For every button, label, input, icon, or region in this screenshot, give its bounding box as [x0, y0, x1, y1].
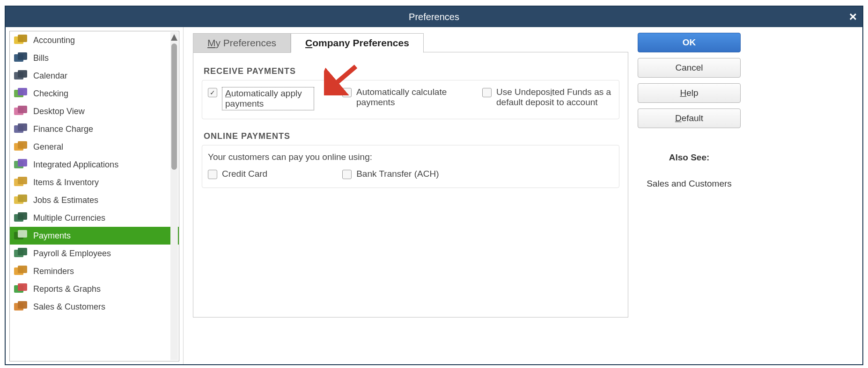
button-column: OK Cancel Help Default Also See: Sales a…	[638, 33, 741, 364]
category-list: AccountingBillsCalendarCheckingDesktop V…	[10, 31, 179, 316]
category-icon	[14, 301, 29, 312]
online-payments-heading: ONLINE PAYMENTS	[204, 131, 619, 141]
sidebar-item-label: Items & Inventory	[33, 178, 99, 188]
ok-button[interactable]: OK	[638, 33, 741, 52]
sidebar-item-accounting[interactable]: Accounting	[10, 31, 179, 49]
sidebar-item-label: Payments	[33, 231, 71, 241]
svg-rect-3	[18, 52, 27, 60]
cancel-button[interactable]: Cancel	[638, 58, 741, 78]
category-icon	[14, 106, 29, 117]
category-icon	[14, 141, 29, 152]
sidebar-item-label: Multiple Currencies	[33, 213, 105, 223]
sidebar-item-jobs-estimates[interactable]: Jobs & Estimates	[10, 191, 179, 209]
category-icon	[14, 35, 29, 46]
category-icon	[14, 123, 29, 135]
checkbox-undeposited-funds[interactable]: Use Undeposited Funds as a default depos…	[482, 87, 613, 110]
category-icon	[14, 195, 29, 206]
checkbox-label: Credit Card	[222, 169, 267, 179]
sidebar-item-label: Desktop View	[33, 107, 85, 116]
checkbox-label: Bank Transfer (ACH)	[356, 169, 439, 179]
scroll-up-icon[interactable]	[171, 34, 177, 41]
sidebar-item-label: Jobs & Estimates	[33, 195, 98, 205]
svg-rect-13	[18, 141, 27, 149]
sidebar-item-label: Sales & Customers	[33, 302, 105, 312]
sidebar-item-integrated-applications[interactable]: Integrated Applications	[10, 156, 179, 173]
checkbox-label: Automatically calculate payments	[356, 87, 454, 108]
category-sidebar: AccountingBillsCalendarCheckingDesktop V…	[9, 31, 179, 361]
category-icon	[14, 177, 29, 188]
sidebar-item-label: Integrated Applications	[33, 160, 118, 170]
sidebar-item-payments[interactable]: Payments	[10, 227, 179, 245]
sidebar-item-desktop-view[interactable]: Desktop View	[10, 102, 179, 120]
category-icon	[14, 70, 29, 81]
sidebar-item-sales-customers[interactable]: Sales & Customers	[10, 298, 179, 316]
main-area: My Preferences Company Preferences RECEI…	[184, 27, 862, 364]
help-button[interactable]: Help	[638, 83, 741, 103]
sidebar-item-label: Finance Charge	[33, 124, 93, 134]
sidebar-item-items-inventory[interactable]: Items & Inventory	[10, 173, 179, 191]
category-icon	[14, 248, 29, 259]
svg-rect-1	[18, 35, 27, 42]
svg-rect-11	[18, 123, 27, 131]
sidebar-item-label: Checking	[33, 89, 68, 99]
checkbox-icon[interactable]	[342, 170, 352, 179]
svg-rect-21	[18, 212, 27, 220]
svg-rect-15	[18, 159, 27, 166]
sidebar-item-label: Reports & Graphs	[33, 284, 101, 294]
checkbox-credit-card[interactable]: Credit Card	[208, 169, 267, 179]
window-body: AccountingBillsCalendarCheckingDesktop V…	[6, 27, 862, 364]
checkbox-bank-transfer[interactable]: Bank Transfer (ACH)	[342, 169, 439, 179]
scroll-thumb[interactable]	[171, 43, 177, 170]
sidebar-item-reports-graphs[interactable]: Reports & Graphs	[10, 280, 179, 298]
sidebar-container: AccountingBillsCalendarCheckingDesktop V…	[6, 27, 184, 364]
also-see-link[interactable]: Sales and Customers	[638, 178, 741, 190]
checkbox-auto-apply[interactable]: ✓ Automatically apply payments	[208, 87, 314, 110]
sidebar-item-checking[interactable]: Checking	[10, 85, 179, 102]
sidebar-item-label: General	[33, 142, 63, 152]
checkbox-label: Automatically apply payments	[222, 87, 314, 110]
online-payments-description: Your customers can pay you online using:	[208, 152, 613, 162]
checkbox-icon[interactable]	[208, 170, 217, 179]
sidebar-item-general[interactable]: General	[10, 138, 179, 156]
close-icon[interactable]: ×	[849, 7, 857, 27]
window-title: Preferences	[409, 12, 459, 22]
svg-rect-9	[18, 106, 27, 113]
svg-rect-27	[18, 266, 27, 273]
svg-rect-17	[18, 177, 27, 184]
svg-rect-19	[18, 195, 27, 202]
category-icon	[14, 283, 29, 295]
checkbox-auto-calculate[interactable]: Automatically calculate payments	[342, 87, 454, 110]
sidebar-scrollbar[interactable]	[170, 32, 178, 360]
sidebar-item-label: Accounting	[33, 36, 75, 45]
sidebar-item-payroll-employees[interactable]: Payroll & Employees	[10, 245, 179, 262]
svg-rect-5	[18, 70, 27, 78]
receive-payments-heading: RECEIVE PAYMENTS	[204, 66, 619, 76]
checkbox-icon[interactable]: ✓	[208, 88, 217, 97]
svg-rect-25	[18, 248, 27, 255]
svg-rect-7	[18, 88, 27, 95]
titlebar: Preferences ×	[6, 7, 862, 27]
content-column: My Preferences Company Preferences RECEI…	[193, 33, 628, 364]
online-payments-group: Your customers can pay you online using:…	[202, 145, 619, 188]
svg-rect-23	[18, 230, 27, 238]
checkbox-icon[interactable]	[482, 88, 492, 97]
tab-company-preferences[interactable]: Company Preferences	[291, 33, 424, 53]
category-icon	[14, 159, 29, 170]
sidebar-item-bills[interactable]: Bills	[10, 49, 179, 67]
also-see-heading: Also See:	[638, 152, 741, 163]
sidebar-item-calendar[interactable]: Calendar	[10, 67, 179, 85]
tab-my-preferences[interactable]: My Preferences	[193, 33, 291, 53]
category-icon	[14, 266, 29, 277]
sidebar-item-label: Payroll & Employees	[33, 249, 111, 259]
sidebar-item-label: Bills	[33, 53, 49, 63]
tab-strip: My Preferences Company Preferences	[193, 33, 628, 52]
svg-rect-29	[18, 283, 27, 291]
sidebar-item-multiple-currencies[interactable]: Multiple Currencies	[10, 209, 179, 227]
sidebar-item-finance-charge[interactable]: Finance Charge	[10, 120, 179, 138]
preferences-panel: RECEIVE PAYMENTS ✓ Automatically apply p…	[193, 52, 628, 317]
sidebar-item-label: Reminders	[33, 267, 74, 276]
category-icon	[14, 52, 29, 64]
sidebar-item-reminders[interactable]: Reminders	[10, 262, 179, 280]
default-button[interactable]: Default	[638, 108, 741, 128]
checkbox-icon[interactable]	[342, 88, 352, 97]
